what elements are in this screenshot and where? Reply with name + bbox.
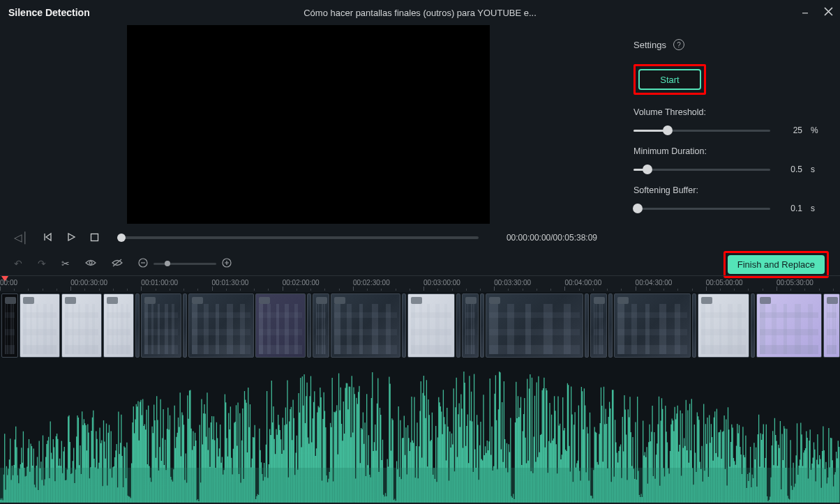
svg-rect-4 (0, 468, 840, 503)
clip[interactable] (61, 293, 102, 358)
play-icon[interactable] (66, 232, 76, 244)
start-button[interactable]: Start (638, 69, 701, 90)
timecode-display: 00:00:00:00/00:05:38:09 (507, 233, 597, 243)
slider-thumb[interactable] (643, 165, 652, 174)
settings-panel: Settings ? Start Volume Threshold: 25 % … (617, 25, 840, 252)
clip[interactable] (614, 293, 691, 358)
clip[interactable] (756, 293, 822, 358)
start-highlight: Start (633, 64, 706, 95)
video-track[interactable] (0, 292, 840, 359)
clip[interactable] (141, 293, 181, 358)
finish-replace-button[interactable]: Finish and Replace (728, 255, 825, 274)
preview-panel: ◁│ 00:00:00:00/00:05:38:09 (0, 25, 617, 252)
step-back-icon[interactable] (43, 232, 52, 244)
ruler-label: 00:01:30:00 (212, 279, 249, 287)
clip[interactable] (585, 293, 589, 358)
zoom-in-icon[interactable] (222, 258, 232, 270)
ruler-label: 00:03:00:00 (423, 279, 460, 287)
clip[interactable] (307, 293, 311, 358)
slider-thumb[interactable] (633, 204, 643, 213)
titlebar: Silence Detection Cómo hacer pantallas f… (0, 0, 840, 25)
softening-buffer-slider[interactable] (633, 208, 770, 210)
project-title: Cómo hacer pantallas finales (outros) pa… (303, 8, 537, 18)
softening-buffer-label: Softening Buffer: (633, 185, 820, 195)
zoom-slider[interactable] (153, 263, 216, 265)
clip[interactable] (1, 293, 18, 358)
window-title: Silence Detection (8, 7, 90, 18)
volume-threshold-value: 25 (779, 125, 802, 135)
ruler-label: 00:03:30:00 (494, 279, 531, 287)
volume-threshold-unit: % (811, 125, 820, 135)
softening-buffer-value: 0.1 (779, 204, 802, 213)
svg-point-1 (89, 261, 92, 264)
ruler-label: 00:05:00:00 (706, 279, 743, 287)
transport-bar: ◁│ 00:00:00:00/00:05:38:09 (0, 224, 617, 252)
clip[interactable] (183, 293, 187, 358)
clip[interactable] (480, 293, 484, 358)
slider-thumb[interactable] (663, 125, 673, 135)
softening-buffer-unit: s (811, 204, 820, 213)
settings-label: Settings (633, 40, 666, 50)
clip[interactable] (751, 293, 755, 358)
clip[interactable] (313, 293, 329, 358)
eye-icon[interactable] (85, 258, 96, 269)
clip[interactable] (692, 293, 696, 358)
timeline-toolbar: ↶ ↷ ✂ Finish and Replace (0, 252, 840, 275)
redo-icon[interactable]: ↷ (38, 258, 46, 269)
undo-icon[interactable]: ↶ (14, 258, 22, 269)
seek-slider[interactable] (121, 236, 479, 239)
ruler-label: 00:02:30:00 (353, 279, 390, 287)
minimum-duration-label: Minimum Duration: (633, 146, 820, 156)
clip[interactable] (331, 293, 400, 358)
eye-off-icon[interactable] (112, 258, 123, 269)
cut-icon[interactable]: ✂ (61, 258, 70, 269)
ruler-label: 00:01:00:00 (141, 279, 178, 287)
timeline-ruler[interactable]: 00:0000:00:30:0000:01:00:0000:01:30:0000… (0, 275, 840, 292)
timeline[interactable] (0, 292, 840, 503)
clip[interactable] (20, 293, 60, 358)
ruler-label: 00:02:00:00 (283, 279, 320, 287)
clip[interactable] (590, 293, 607, 358)
help-icon[interactable]: ? (673, 39, 684, 50)
finish-highlight: Finish and Replace (723, 251, 829, 278)
audio-track[interactable] (0, 362, 840, 503)
stop-icon[interactable] (90, 232, 99, 244)
ruler-label: 00:00 (0, 279, 17, 287)
close-icon[interactable] (824, 7, 833, 18)
video-preview[interactable] (127, 25, 490, 224)
clip[interactable] (255, 293, 306, 358)
clip[interactable] (135, 293, 140, 358)
ruler-label: 00:00:30:00 (70, 279, 107, 287)
clip[interactable] (188, 293, 254, 358)
volume-threshold-label: Volume Threshold: (633, 107, 820, 117)
ruler-label: 00:04:00:00 (564, 279, 601, 287)
minimum-duration-slider[interactable] (633, 169, 770, 171)
svg-rect-0 (91, 234, 98, 240)
clip[interactable] (456, 293, 460, 358)
clip[interactable] (462, 293, 479, 358)
clip[interactable] (407, 293, 455, 358)
clip[interactable] (402, 293, 406, 358)
clip[interactable] (698, 293, 749, 358)
waveform (0, 362, 840, 503)
zoom-out-icon[interactable] (138, 258, 148, 270)
minimum-duration-unit: s (811, 165, 820, 174)
zoom-thumb[interactable] (165, 261, 170, 266)
volume-threshold-slider[interactable] (633, 130, 770, 132)
clip[interactable] (608, 293, 613, 358)
ruler-label: 00:05:30:00 (777, 279, 813, 287)
clip[interactable] (486, 293, 583, 358)
ruler-label: 00:04:30:00 (636, 279, 673, 287)
seek-thumb[interactable] (117, 234, 126, 242)
clip[interactable] (823, 293, 840, 358)
clip[interactable] (103, 293, 134, 358)
prev-frame-icon[interactable]: ◁│ (14, 231, 29, 244)
minimum-duration-value: 0.5 (779, 165, 802, 174)
